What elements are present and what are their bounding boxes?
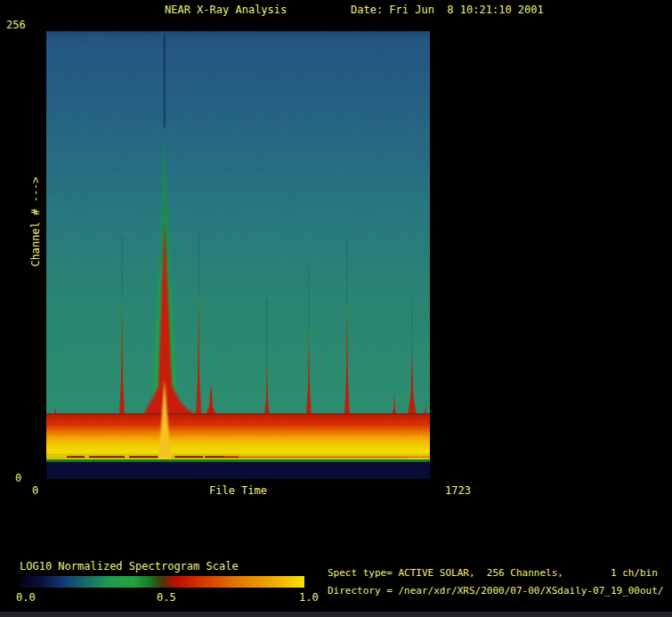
y-axis-max-label: 256 xyxy=(6,19,26,31)
colorbar-tick-max: 1.0 xyxy=(299,591,319,604)
x-axis-max-label: 1723 xyxy=(445,484,471,497)
colorbar-tick-min: 0.0 xyxy=(16,591,36,604)
window-bottom-edge xyxy=(0,612,672,617)
colorbar-gradient xyxy=(20,576,304,588)
directory-info: Directory = /near/xdr/XRS/2000/07-00/XSd… xyxy=(328,585,664,597)
spect-type-info: Spect type= ACTIVE SOLAR, 256 Channels, … xyxy=(328,567,658,580)
near-xray-analysis-window: NEAR X-Ray Analysis Date: Fri Jun 8 10:2… xyxy=(0,0,672,617)
colorbar-title: LOG10 Normalized Spectrogram Scale xyxy=(20,560,239,572)
spectrogram-svg xyxy=(46,31,430,479)
colorbar-tick-mid: 0.5 xyxy=(157,591,176,604)
header-date: Date: Fri Jun 8 10:21:10 2001 xyxy=(351,4,544,16)
spectrogram-canvas xyxy=(46,31,430,479)
x-axis-title: File Time xyxy=(46,484,430,497)
page-title: NEAR X-Ray Analysis xyxy=(165,4,287,16)
x-axis-min-label: 0 xyxy=(32,484,38,497)
y-axis-title: Channel # ---> xyxy=(29,164,42,280)
y-axis-min-label: 0 xyxy=(15,472,21,484)
